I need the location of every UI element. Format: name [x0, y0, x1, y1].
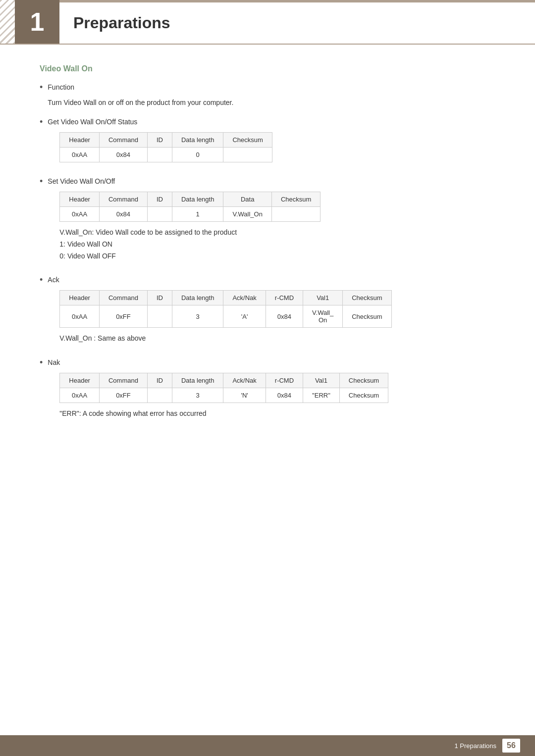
td-set-checksum [271, 207, 320, 222]
th-ack-header: Header [60, 291, 100, 305]
td-get-checksum [223, 148, 272, 162]
th-nak-val1: Val1 [303, 373, 340, 388]
table-set-wrapper: Header Command ID Data length Data Check… [59, 192, 321, 222]
chapter-number-block: 1 [15, 0, 59, 44]
table-nak-wrapper: Header Command ID Data length Ack/Nak r-… [59, 373, 388, 403]
th-ack-datalength: Data length [172, 291, 223, 305]
td-ack-command: 0xFF [99, 305, 147, 328]
td-nak-datalength: 3 [172, 388, 223, 403]
td-ack-rcmd: 0x84 [266, 305, 303, 328]
bullet-get-status: • Get Video Wall On/Off Status Header Co… [40, 117, 495, 167]
th-ack-acknak: Ack/Nak [223, 291, 266, 305]
td-set-header: 0xAA [60, 207, 100, 222]
td-nak-rcmd: 0x84 [266, 388, 303, 403]
table-ack-wrapper: Header Command ID Data length Ack/Nak r-… [59, 290, 391, 328]
bullet-ack-label: Ack [48, 276, 59, 284]
th-nak-checksum: Checksum [339, 373, 388, 388]
th-get-checksum: Checksum [223, 133, 272, 148]
th-get-datalength: Data length [172, 133, 223, 148]
th-ack-id: ID [147, 291, 172, 305]
td-set-data-val: V.Wall_On [223, 207, 271, 222]
bullet-function-desc: Turn Video Wall on or off on the product… [48, 99, 233, 106]
th-get-header: Header [60, 133, 100, 148]
th-ack-command: Command [99, 291, 147, 305]
td-nak-val1: "ERR" [303, 388, 340, 403]
td-set-id [147, 207, 172, 222]
tr-get-data: 0xAA 0x84 0 [60, 148, 272, 162]
th-ack-checksum: Checksum [343, 291, 391, 305]
bullet-nak: • Nak Header Command ID Data length Ack/… [40, 357, 495, 424]
set-notes: V.Wall_On: Video Wall code to be assigne… [59, 227, 321, 262]
footer-page-number: 56 [502, 739, 520, 753]
th-nak-acknak: Ack/Nak [223, 373, 266, 388]
td-nak-header: 0xAA [60, 388, 100, 403]
td-get-id [147, 148, 172, 162]
nak-note-wrapper: "ERR": A code showing what error has occ… [59, 408, 388, 420]
th-set-datalength: Data length [172, 192, 223, 207]
ack-note-wrapper: V.Wall_On : Same as above [59, 333, 391, 345]
set-note-0: V.Wall_On: Video Wall code to be assigne… [59, 227, 321, 239]
chapter-title: Preparations [73, 14, 170, 32]
bullet-function: • Function Turn Video Wall on or off on … [40, 82, 495, 108]
main-content: Video Wall On • Function Turn Video Wall… [0, 45, 535, 467]
td-ack-val1: V.Wall_On [303, 305, 343, 328]
nak-note: "ERR": A code showing what error has occ… [59, 409, 206, 417]
th-set-header: Header [60, 192, 100, 207]
bullet-nak-label: Nak [48, 358, 60, 366]
bullet-set-status: • Set Video Wall On/Off Header Command I… [40, 176, 495, 266]
th-nak-rcmd: r-CMD [266, 373, 303, 388]
table-get-wrapper: Header Command ID Data length Checksum 0… [59, 132, 272, 162]
td-ack-id [147, 305, 172, 328]
td-nak-id [147, 388, 172, 403]
header-stripe-decoration [0, 0, 15, 44]
chapter-title-area: Preparations [59, 0, 535, 44]
td-set-command: 0x84 [99, 207, 147, 222]
tr-nak-data: 0xAA 0xFF 3 'N' 0x84 "ERR" Checksum [60, 388, 388, 403]
page-header: 1 Preparations [0, 0, 535, 45]
td-set-datalength: 1 [172, 207, 223, 222]
tr-ack-data: 0xAA 0xFF 3 'A' 0x84 V.Wall_On Checksum [60, 305, 391, 328]
td-get-datalength: 0 [172, 148, 223, 162]
bullet-dot-ack: • [40, 275, 43, 285]
td-get-header: 0xAA [60, 148, 100, 162]
th-nak-datalength: Data length [172, 373, 223, 388]
bullet-dot-get: • [40, 117, 43, 127]
th-set-data: Data [223, 192, 271, 207]
th-set-id: ID [147, 192, 172, 207]
bullet-get-label: Get Video Wall On/Off Status [48, 118, 137, 126]
bullet-set-label: Set Video Wall On/Off [48, 177, 115, 185]
set-note-2: 0: Video Wall OFF [59, 251, 321, 262]
footer-section-label: 1 Preparations [454, 742, 496, 750]
td-ack-datalength: 3 [172, 305, 223, 328]
th-set-checksum: Checksum [271, 192, 320, 207]
th-get-id: ID [147, 133, 172, 148]
th-set-command: Command [99, 192, 147, 207]
bullet-ack: • Ack Header Command ID Data length Ack/… [40, 275, 495, 349]
th-ack-rcmd: r-CMD [266, 291, 303, 305]
th-ack-val1: Val1 [303, 291, 343, 305]
td-get-command: 0x84 [99, 148, 147, 162]
bullet-dot-nak: • [40, 357, 43, 368]
table-nak: Header Command ID Data length Ack/Nak r-… [59, 373, 388, 403]
th-nak-id: ID [147, 373, 172, 388]
ack-note: V.Wall_On : Same as above [59, 334, 146, 342]
td-nak-acknak: 'N' [223, 388, 266, 403]
td-ack-header: 0xAA [60, 305, 100, 328]
page-footer: 1 Preparations 56 [0, 735, 535, 756]
th-get-command: Command [99, 133, 147, 148]
bullet-dot-set: • [40, 176, 43, 187]
tr-set-data: 0xAA 0x84 1 V.Wall_On [60, 207, 321, 222]
table-ack: Header Command ID Data length Ack/Nak r-… [59, 290, 391, 328]
bullet-function-label: Function [48, 83, 74, 91]
td-ack-checksum: Checksum [343, 305, 391, 328]
td-nak-command: 0xFF [99, 388, 147, 403]
chapter-number: 1 [30, 9, 45, 35]
th-nak-command: Command [99, 373, 147, 388]
bullet-dot-function: • [40, 82, 43, 93]
table-get: Header Command ID Data length Checksum 0… [59, 132, 272, 162]
td-ack-acknak: 'A' [223, 305, 266, 328]
set-note-1: 1: Video Wall ON [59, 239, 321, 251]
td-nak-checksum: Checksum [339, 388, 388, 403]
section-title: Video Wall On [40, 64, 495, 73]
table-set: Header Command ID Data length Data Check… [59, 192, 321, 222]
